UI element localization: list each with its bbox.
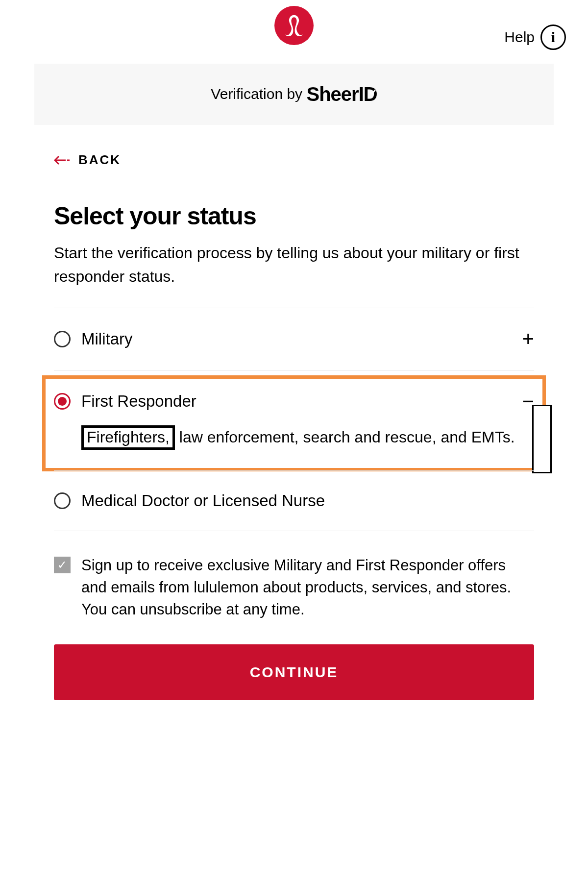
radio-icon: [54, 492, 71, 509]
check-icon: [369, 89, 376, 95]
highlight-annotation: [42, 375, 546, 471]
option-military: Military +: [54, 308, 534, 370]
consent-row: ✓ Sign up to receive exclusive Military …: [54, 555, 534, 621]
back-label: BACK: [78, 152, 121, 168]
option-medical-row[interactable]: Medical Doctor or Licensed Nurse: [54, 491, 534, 510]
option-first-responder: First Responder − Firefighters, law enfo…: [54, 370, 534, 470]
check-icon: ✓: [57, 558, 67, 572]
sheerid-brand: SheerID: [306, 83, 377, 105]
consent-text: Sign up to receive exclusive Military an…: [81, 555, 534, 621]
help-button[interactable]: Help i: [504, 24, 566, 50]
option-first-responder-row[interactable]: First Responder −: [54, 391, 534, 412]
status-options: Military + First Responder − Firefighter…: [54, 308, 534, 531]
option-description: Firefighters, law enforcement, search an…: [81, 425, 534, 450]
plus-icon: +: [522, 329, 534, 349]
info-icon: i: [540, 24, 566, 50]
radio-icon-selected: [54, 393, 71, 410]
help-label: Help: [504, 29, 535, 46]
option-military-row[interactable]: Military +: [54, 329, 534, 349]
desc-rest: law enforcement, search and rescue, and …: [175, 428, 515, 446]
back-button[interactable]: BACK: [54, 152, 534, 168]
option-label: Medical Doctor or Licensed Nurse: [81, 491, 534, 510]
radio-icon: [54, 331, 71, 347]
page-subtitle: Start the verification process by tellin…: [54, 241, 534, 288]
option-label: Military: [81, 330, 511, 348]
option-medical: Medical Doctor or Licensed Nurse: [54, 470, 534, 531]
lululemon-logo-icon: [280, 12, 308, 39]
boxed-word: Firefighters,: [81, 425, 175, 450]
header: Help i: [0, 0, 588, 64]
consent-checkbox[interactable]: ✓: [54, 557, 71, 573]
verification-prefix: Verification by: [211, 86, 306, 102]
verification-banner: Verification by SheerID: [34, 64, 554, 125]
continue-button[interactable]: CONTINUE: [54, 644, 534, 700]
option-label: First Responder: [81, 392, 511, 411]
main-content: BACK Select your status Start the verifi…: [0, 152, 588, 700]
page-title: Select your status: [54, 202, 534, 230]
side-annotation: [532, 405, 552, 473]
lululemon-logo: [274, 6, 314, 45]
back-arrow-icon: [54, 155, 70, 166]
